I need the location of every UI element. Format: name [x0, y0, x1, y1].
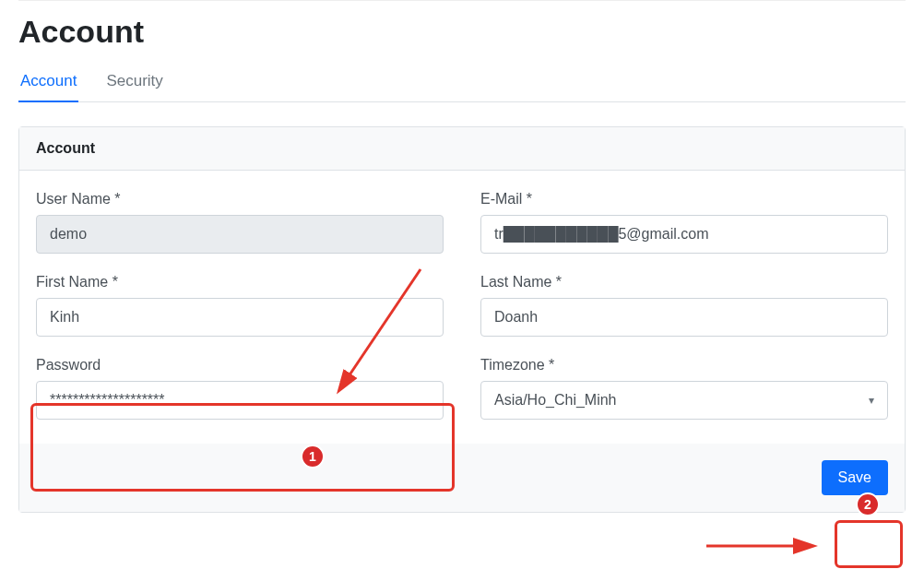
tabs: Account Security — [18, 66, 906, 102]
lastname-input[interactable] — [480, 298, 888, 337]
page-title: Account — [18, 14, 906, 50]
account-card: Account User Name * E-Mail * First Name … — [18, 126, 906, 513]
group-password: Password — [36, 357, 444, 420]
lastname-label: Last Name * — [480, 274, 888, 290]
username-input — [36, 215, 444, 254]
save-button[interactable]: Save — [822, 460, 888, 495]
timezone-select[interactable]: Asia/Ho_Chi_Minh ▾ — [480, 381, 888, 420]
group-lastname: Last Name * — [480, 274, 888, 337]
email-label: E-Mail * — [480, 191, 888, 208]
username-label: User Name * — [36, 191, 444, 208]
password-label: Password — [36, 357, 444, 374]
group-username: User Name * — [36, 191, 444, 254]
tab-account[interactable]: Account — [18, 66, 78, 101]
timezone-label: Timezone * — [480, 357, 888, 374]
tab-security[interactable]: Security — [104, 66, 164, 101]
card-header: Account — [19, 127, 905, 171]
firstname-label: First Name * — [36, 274, 444, 290]
timezone-value: Asia/Ho_Chi_Minh — [494, 392, 617, 409]
group-email: E-Mail * — [480, 191, 888, 254]
group-timezone: Timezone * Asia/Ho_Chi_Minh ▾ — [480, 357, 888, 420]
group-firstname: First Name * — [36, 274, 444, 337]
firstname-input[interactable] — [36, 298, 444, 337]
email-input[interactable] — [480, 215, 888, 254]
password-input[interactable] — [36, 381, 444, 420]
chevron-down-icon: ▾ — [869, 394, 874, 407]
